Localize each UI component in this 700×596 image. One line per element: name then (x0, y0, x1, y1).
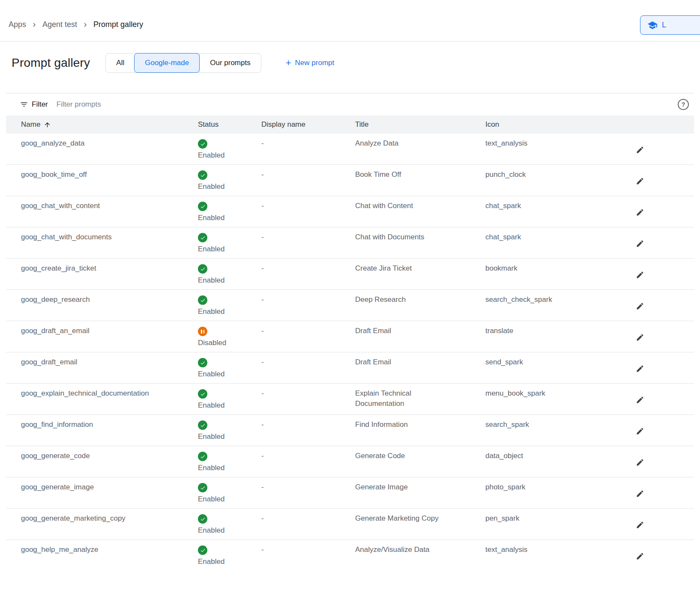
edit-cell (635, 201, 694, 217)
learn-button[interactable]: L (640, 15, 700, 35)
edit-cell (635, 388, 694, 405)
status-cell: Enabled (198, 263, 261, 285)
graduation-cap-icon (647, 20, 658, 30)
breadcrumb-agent-test[interactable]: Agent test (42, 20, 77, 29)
edit-pencil-icon[interactable] (635, 208, 645, 217)
status-cell: Enabled (198, 170, 261, 191)
status-label: Enabled (198, 526, 224, 535)
edit-pencil-icon[interactable] (635, 395, 645, 405)
prompt-title: Analyze/Visualize Data (355, 545, 485, 555)
help-icon[interactable]: ? (678, 99, 689, 110)
column-header-display-name[interactable]: Display name (261, 120, 355, 129)
edit-pencil-icon[interactable] (635, 239, 645, 248)
table-row[interactable]: goog_explain_technical_documentation Ena… (6, 384, 694, 415)
filter-list-icon (20, 100, 28, 109)
icon-name: chat_spark (485, 232, 635, 242)
breadcrumb-apps[interactable]: Apps (9, 20, 26, 29)
column-header-name[interactable]: Name (21, 120, 198, 129)
table-row[interactable]: goog_find_information Enabled - Find Inf… (6, 415, 694, 446)
status-label: Enabled (198, 276, 224, 285)
display-name-value: - (261, 513, 355, 524)
display-name-value: - (261, 451, 355, 461)
icon-name: punch_clock (485, 170, 635, 180)
table-row[interactable]: goog_generate_code Enabled - Generate Co… (6, 446, 694, 477)
edit-pencil-icon[interactable] (635, 520, 645, 530)
tab-our-prompts[interactable]: Our prompts (199, 54, 260, 72)
edit-pencil-icon[interactable] (635, 458, 645, 467)
new-prompt-label: New prompt (295, 59, 335, 67)
edit-cell (635, 513, 694, 530)
prompt-name: goog_generate_code (21, 451, 198, 461)
display-name-value: - (261, 232, 355, 242)
status-icon (198, 295, 207, 305)
table-row[interactable]: goog_create_jira_ticket Enabled - Create… (6, 259, 694, 290)
display-name-value: - (261, 357, 355, 367)
prompt-name: goog_chat_with_documents (21, 232, 198, 242)
tab-google-made[interactable]: Google-made (134, 53, 200, 73)
prompt-title: Generate Marketing Copy (355, 513, 485, 524)
edit-pencil-icon[interactable] (635, 270, 645, 280)
table-header: Name Status Display name Title Icon (6, 116, 694, 134)
edit-pencil-icon[interactable] (635, 489, 645, 498)
edit-cell (635, 170, 694, 186)
filter-button[interactable]: Filter (20, 100, 48, 109)
table-row[interactable]: goog_help_me_analyze Enabled - Analyze/V… (6, 540, 694, 571)
icon-name: menu_book_spark (485, 388, 635, 399)
table-row[interactable]: goog_generate_image Enabled - Generate I… (6, 477, 694, 509)
prompt-name: goog_chat_with_content (21, 201, 198, 211)
prompt-filter-tabs: All Google-made Our prompts (105, 53, 261, 73)
table-row[interactable]: goog_deep_research Enabled - Deep Resear… (6, 290, 694, 321)
prompt-name: goog_generate_image (21, 482, 198, 492)
edit-cell (635, 326, 694, 342)
status-cell: Enabled (198, 357, 261, 378)
icon-name: photo_spark (485, 482, 635, 492)
filter-prompts-input[interactable]: Filter prompts (57, 100, 694, 109)
icon-name: chat_spark (485, 201, 635, 211)
new-prompt-button[interactable]: + New prompt (286, 58, 335, 68)
prompt-name: goog_deep_research (21, 295, 198, 305)
edit-pencil-icon[interactable] (635, 301, 645, 311)
edit-cell (635, 232, 694, 248)
edit-pencil-icon[interactable] (635, 426, 645, 436)
prompt-name: goog_explain_technical_documentation (21, 388, 198, 399)
display-name-value: - (261, 545, 355, 555)
prompt-title: Chat with Content (355, 201, 485, 211)
display-name-value: - (261, 138, 355, 149)
edit-pencil-icon[interactable] (635, 145, 645, 155)
edit-pencil-icon[interactable] (635, 176, 645, 186)
table-row[interactable]: goog_draft_an_email Disabled - Draft Ema… (6, 321, 694, 352)
display-name-value: - (261, 201, 355, 211)
table-row[interactable]: goog_generate_marketing_copy Enabled - G… (6, 509, 694, 540)
edit-cell (635, 263, 694, 280)
table-row[interactable]: goog_analyze_data Enabled - Analyze Data… (6, 134, 694, 165)
status-icon (198, 514, 207, 524)
table-row[interactable]: goog_book_time_off Enabled - Book Time O… (6, 165, 694, 196)
display-name-value: - (261, 326, 355, 336)
display-name-value: - (261, 388, 355, 399)
filter-label: Filter (32, 100, 48, 109)
column-header-icon[interactable]: Icon (485, 120, 635, 129)
prompt-title: Chat with Documents (355, 232, 485, 242)
status-label: Enabled (198, 495, 224, 504)
edit-pencil-icon[interactable] (635, 364, 645, 373)
display-name-value: - (261, 420, 355, 430)
table-row[interactable]: goog_chat_with_content Enabled - Chat wi… (6, 196, 694, 227)
status-icon (198, 420, 207, 430)
status-label: Enabled (198, 464, 224, 472)
edit-pencil-icon[interactable] (635, 333, 645, 342)
title-row: Prompt gallery All Google-made Our promp… (12, 53, 700, 73)
column-header-status[interactable]: Status (198, 120, 261, 129)
prompt-title: Draft Email (355, 326, 485, 336)
tab-all[interactable]: All (106, 54, 135, 72)
table-row[interactable]: goog_chat_with_documents Enabled - Chat … (6, 227, 694, 259)
display-name-value: - (261, 482, 355, 492)
filter-row: Filter Filter prompts ? (6, 93, 694, 116)
table-row[interactable]: goog_draft_email Enabled - Draft Email s… (6, 352, 694, 384)
edit-cell (635, 451, 694, 467)
status-cell: Enabled (198, 232, 261, 253)
prompt-name: goog_generate_marketing_copy (21, 513, 198, 524)
column-header-title[interactable]: Title (355, 120, 485, 129)
edit-pencil-icon[interactable] (635, 551, 645, 561)
icon-name: translate (485, 326, 635, 336)
prompt-title: Explain Technical Documentation (355, 388, 485, 409)
